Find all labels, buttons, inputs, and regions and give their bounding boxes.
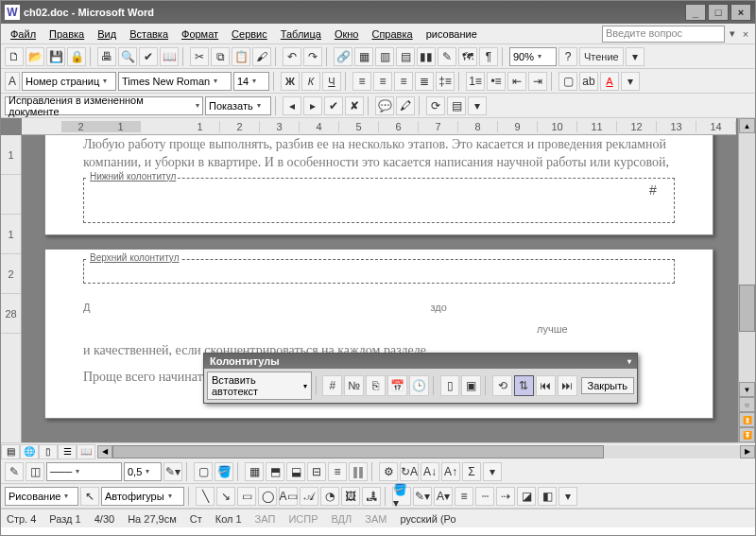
vscroll-thumb[interactable] xyxy=(739,285,755,332)
header-footer-toolbar[interactable]: Колонтитулы▾ Вставить автотекст▾ # № ⎘ 📅… xyxy=(203,353,638,404)
undo-button[interactable]: ↶ xyxy=(283,47,301,66)
save-button[interactable]: 💾 xyxy=(46,47,65,66)
status-language[interactable]: русский (Ро xyxy=(400,513,455,525)
help-button[interactable]: ? xyxy=(558,47,577,66)
autoshapes-menu[interactable]: Автофигуры▾ xyxy=(101,487,184,506)
menu-format[interactable]: Формат xyxy=(176,26,224,42)
clipart-button[interactable]: 🖼 xyxy=(341,487,360,506)
bold-button[interactable]: Ж xyxy=(281,72,300,91)
split-cells-button[interactable]: ⬓ xyxy=(286,462,305,481)
shading-color-button[interactable]: 🪣 xyxy=(215,462,233,481)
styles-pane-button[interactable]: A xyxy=(5,72,20,91)
insert-num-pages-button[interactable]: № xyxy=(344,375,364,396)
cut-button[interactable]: ✂ xyxy=(190,47,209,66)
toolbar-options-5[interactable]: ▾ xyxy=(558,487,577,506)
toolbar-options-4[interactable]: ▾ xyxy=(483,462,502,481)
preview-button[interactable]: 🔍 xyxy=(118,47,137,66)
print-button[interactable]: 🖶 xyxy=(97,47,116,66)
align-right-button[interactable]: ≡ xyxy=(394,72,413,91)
insert-table-button[interactable]: ▥ xyxy=(375,47,394,66)
web-layout-button[interactable]: 🌐 xyxy=(20,444,39,459)
copy-button[interactable]: ⧉ xyxy=(211,47,230,66)
show-marks-button[interactable]: ¶ xyxy=(479,47,498,66)
hscroll-thumb[interactable] xyxy=(112,445,604,458)
fill-color-button[interactable]: 🪣▾ xyxy=(392,487,411,506)
hscroll-left[interactable]: ◀ xyxy=(97,445,112,458)
distribute-rows-button[interactable]: ≡ xyxy=(328,462,347,481)
paste-button[interactable]: 📋 xyxy=(232,47,250,66)
normal-view-button[interactable]: ▤ xyxy=(1,444,20,459)
browse-object-button[interactable]: ○ xyxy=(739,397,755,412)
question-dropdown[interactable]: ▾ xyxy=(727,27,738,40)
menu-file[interactable]: Файл xyxy=(5,26,42,42)
switch-header-footer-button[interactable]: ⇅ xyxy=(514,375,534,396)
menu-edit[interactable]: Правка xyxy=(43,26,90,42)
highlighter-button[interactable]: 🖍 xyxy=(396,96,415,115)
menu-window[interactable]: Окно xyxy=(329,26,365,42)
menu-table[interactable]: Таблица xyxy=(275,26,327,42)
show-previous-button[interactable]: ⏮ xyxy=(536,375,556,396)
hf-toolbar-title[interactable]: Колонтитулы▾ xyxy=(204,354,637,369)
page-setup-button[interactable]: ▯ xyxy=(440,375,460,396)
ask-question-box[interactable]: Введите вопрос xyxy=(602,26,725,43)
align-cells-button[interactable]: ⊟ xyxy=(307,462,326,481)
hyperlink-button[interactable]: 🔗 xyxy=(334,47,352,66)
scroll-up-button[interactable]: ▲ xyxy=(739,118,755,133)
line-spacing-button[interactable]: ‡≡ xyxy=(436,72,455,91)
status-ext[interactable]: ВДЛ xyxy=(331,513,352,525)
status-trk[interactable]: ИСПР xyxy=(288,513,318,525)
drawing-menu[interactable]: Рисование▾ xyxy=(5,487,78,506)
redo-button[interactable]: ↷ xyxy=(303,47,322,66)
toolbar-options-3[interactable]: ▾ xyxy=(468,96,487,115)
autosum-button[interactable]: Σ xyxy=(462,462,481,481)
border-color-button[interactable]: ✎▾ xyxy=(163,462,182,481)
accept-change-button[interactable]: ✔ xyxy=(324,96,343,115)
zoom-combo[interactable]: 90%▾ xyxy=(509,47,557,66)
oval-tool-button[interactable]: ◯ xyxy=(258,487,277,506)
show-combo[interactable]: Показать▾ xyxy=(205,96,271,115)
text-direction-button[interactable]: ↻A xyxy=(400,462,419,481)
arrow-tool-button[interactable]: ↘ xyxy=(216,487,235,506)
fontsize-combo[interactable]: 14▾ xyxy=(233,72,269,91)
permissions-button[interactable]: 🔒 xyxy=(67,47,86,66)
status-rec[interactable]: ЗАП xyxy=(255,513,276,525)
open-button[interactable]: 📂 xyxy=(26,47,44,66)
reject-change-button[interactable]: ✘ xyxy=(345,96,364,115)
highlight-button[interactable]: ab xyxy=(579,72,598,91)
display-for-review-combo[interactable]: Исправления в измененном документе▾ xyxy=(5,96,203,115)
document-viewport[interactable]: Любую работу проще выполнять, разбив ее … xyxy=(22,135,736,442)
select-objects-button[interactable]: ↖ xyxy=(80,487,99,506)
track-changes-button[interactable]: ⟳ xyxy=(426,96,445,115)
toolbar-options-1[interactable]: ▾ xyxy=(626,47,644,66)
horizontal-ruler[interactable]: 21 1234567891011121314151617 xyxy=(22,118,736,135)
menu-drawing[interactable]: рисование xyxy=(421,26,483,42)
header-edit-area[interactable]: Верхний колонтитул xyxy=(83,259,675,284)
textbox-tool-button[interactable]: A▭ xyxy=(279,487,298,506)
line-style-button[interactable]: ≡ xyxy=(455,487,473,506)
show-hide-doc-button[interactable]: ▣ xyxy=(461,375,481,396)
format-page-number-button[interactable]: ⎘ xyxy=(366,375,386,396)
justify-button[interactable]: ≣ xyxy=(415,72,434,91)
rectangle-tool-button[interactable]: ▭ xyxy=(237,487,256,506)
doc-map-button[interactable]: 🗺 xyxy=(458,47,477,66)
numbered-list-button[interactable]: 1≡ xyxy=(466,72,485,91)
menu-help[interactable]: Справка xyxy=(366,26,418,42)
underline-button[interactable]: Ч xyxy=(322,72,341,91)
draw-table-button[interactable]: ✎ xyxy=(5,462,24,481)
hscroll-right[interactable]: ▶ xyxy=(740,445,755,458)
show-next-button[interactable]: ⏭ xyxy=(558,375,577,396)
picture-button[interactable]: 🏞 xyxy=(362,487,381,506)
reading-layout-button[interactable]: 📖 xyxy=(77,444,95,459)
borders-button[interactable]: ▢ xyxy=(558,72,577,91)
autoformat-button[interactable]: ⚙ xyxy=(379,462,398,481)
spellcheck-button[interactable]: ✔ xyxy=(139,47,158,66)
same-as-previous-button[interactable]: ⟲ xyxy=(492,375,512,396)
font-color-button2[interactable]: A▾ xyxy=(434,487,453,506)
shadow-style-button[interactable]: ◪ xyxy=(517,487,536,506)
style-combo[interactable]: Номер страниц▾ xyxy=(22,72,116,91)
research-button[interactable]: 📖 xyxy=(160,47,179,66)
bulleted-list-button[interactable]: •≡ xyxy=(487,72,506,91)
insert-time-button[interactable]: 🕒 xyxy=(409,375,429,396)
reviewing-pane-button[interactable]: ▤ xyxy=(447,96,466,115)
diagram-button[interactable]: ◔ xyxy=(320,487,339,506)
